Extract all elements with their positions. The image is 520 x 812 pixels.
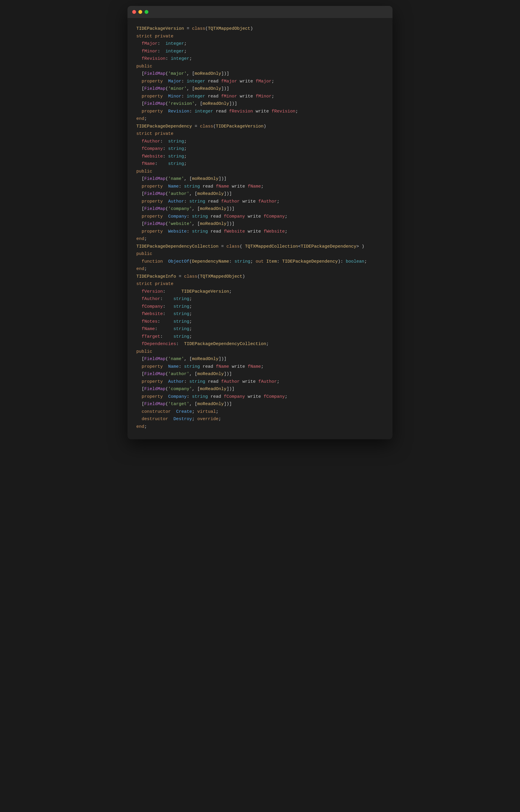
code-line: [FieldMap('revision', [moReadOnly])]	[136, 100, 384, 108]
code-line: end;	[136, 115, 384, 123]
code-line: constructor Create; virtual;	[136, 408, 384, 416]
minimize-button[interactable]	[138, 10, 142, 14]
maximize-button[interactable]	[145, 10, 149, 14]
code-line: property Revision: integer read fRevisio…	[136, 108, 384, 115]
code-line: property Name: string read fName write f…	[136, 183, 384, 190]
code-line: public	[136, 168, 384, 176]
code-line: [FieldMap('name', [moReadOnly])]	[136, 175, 384, 183]
code-line: public	[136, 63, 384, 70]
code-line: strict private	[136, 280, 384, 288]
code-line: fName: string;	[136, 160, 384, 168]
code-line: property Author: string read fAuthor wri…	[136, 378, 384, 386]
code-line: fWebsite: string;	[136, 153, 384, 160]
code-line: end;	[136, 235, 384, 243]
close-button[interactable]	[132, 10, 136, 14]
code-line: fRevision: integer;	[136, 55, 384, 63]
code-line: property Major: integer read fMajor writ…	[136, 78, 384, 85]
code-line: public	[136, 348, 384, 356]
code-line: fCompany: string;	[136, 303, 384, 311]
code-line: TIDEPackageDependencyCollection = class(…	[136, 243, 384, 251]
code-line: public	[136, 250, 384, 258]
code-line: fWebsite: string;	[136, 310, 384, 318]
code-line: [FieldMap('author', [moReadOnly])]	[136, 190, 384, 198]
titlebar	[128, 6, 392, 18]
code-line: property Company: string read fCompany w…	[136, 213, 384, 220]
code-line: strict private	[136, 33, 384, 40]
code-line: property Website: string read fWebsite w…	[136, 228, 384, 236]
code-line: fName: string;	[136, 325, 384, 333]
code-line: fNotes: string;	[136, 318, 384, 325]
code-content: TIDEPackageVersion = class(TQTXMappedObj…	[128, 18, 392, 439]
code-line: [FieldMap('company', [moReadOnly])]	[136, 385, 384, 393]
code-line: fVersion: TIDEPackageVersion;	[136, 288, 384, 295]
code-line: TIDEPackageDependency = class(TIDEPackag…	[136, 123, 384, 130]
code-line: fTarget: string;	[136, 333, 384, 341]
code-line: property Name: string read fName write f…	[136, 363, 384, 371]
code-line: TIDEPackageVersion = class(TQTXMappedObj…	[136, 25, 384, 33]
code-line: property Author: string read fAuthor wri…	[136, 198, 384, 206]
code-line: fDependencies: TIDEPackageDependencyColl…	[136, 340, 384, 348]
code-line: end;	[136, 423, 384, 431]
code-line: fCompany: string;	[136, 145, 384, 153]
code-line: [FieldMap('major', [moReadOnly])]	[136, 70, 384, 78]
code-editor-window: TIDEPackageVersion = class(TQTXMappedObj…	[128, 6, 392, 439]
code-line: [FieldMap('target', [moReadOnly])]	[136, 400, 384, 408]
code-line: [FieldMap('company', [moReadOnly])]	[136, 205, 384, 213]
code-line: fAuthor: string;	[136, 295, 384, 303]
code-line: [FieldMap('minor', [moReadOnly])]	[136, 85, 384, 93]
code-line: [FieldMap('name', [moReadOnly])]	[136, 356, 384, 363]
code-line: TIDEPackageInfo = class(TQTXMappedObject…	[136, 273, 384, 281]
code-line: function ObjectOf(DependencyName: string…	[136, 258, 384, 266]
code-line: destructor Destroy; override;	[136, 415, 384, 423]
code-line: fMajor: integer;	[136, 40, 384, 48]
code-line: strict private	[136, 130, 384, 138]
code-line: property Company: string read fCompany w…	[136, 393, 384, 401]
code-line: property Minor: integer read fMinor writ…	[136, 93, 384, 100]
code-line: [FieldMap('author', [moReadOnly])]	[136, 370, 384, 378]
code-line: end;	[136, 265, 384, 273]
code-line: [FieldMap('website', [moReadOnly])]	[136, 220, 384, 228]
code-line: fMinor: integer;	[136, 48, 384, 55]
code-line: fAuthor: string;	[136, 138, 384, 146]
